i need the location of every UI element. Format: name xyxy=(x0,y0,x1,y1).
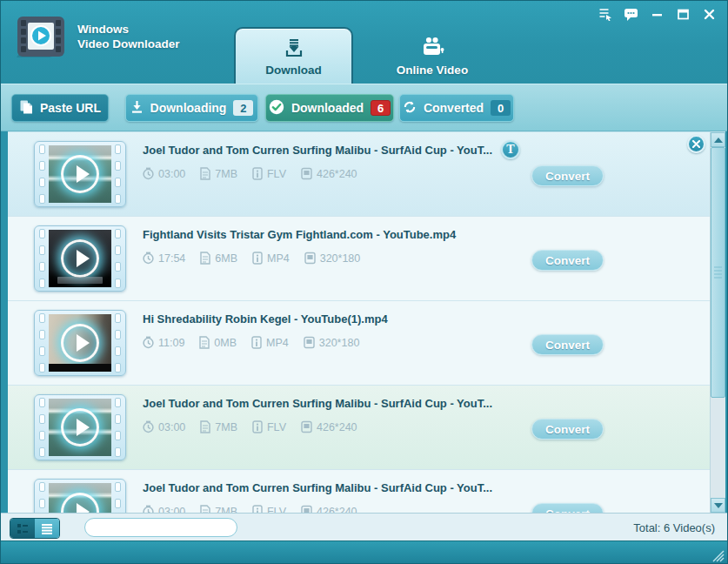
video-title: Joel Tudor and Tom Curren Surfing Malibu… xyxy=(143,144,492,157)
list-view-button[interactable] xyxy=(35,519,59,538)
video-row[interactable]: Fightland Visits Tristar Gym Fightland.c… xyxy=(8,217,710,301)
video-thumbnail-filmstrip xyxy=(34,141,126,207)
convert-button[interactable]: Convert xyxy=(531,250,604,271)
play-icon[interactable] xyxy=(61,239,99,278)
video-title: Joel Tudor and Tom Curren Surfing Malibu… xyxy=(143,397,492,410)
scroll-thumb-grip xyxy=(714,265,722,281)
duration-value: 11:09 xyxy=(158,337,184,349)
duration-value: 03:00 xyxy=(158,506,185,514)
video-rows: Joel Tudor and Tom Curren Surfing Malibu… xyxy=(8,132,710,513)
format-value: FLV xyxy=(267,168,286,180)
play-icon[interactable] xyxy=(61,324,99,362)
size-value: 7MB xyxy=(215,506,237,514)
format-value: FLV xyxy=(267,421,286,433)
refresh-icon xyxy=(403,100,417,117)
search-box xyxy=(84,518,237,537)
video-row[interactable]: Hi Shredability Robin Kegel - YouTube(1)… xyxy=(8,301,710,386)
minimize-button[interactable] xyxy=(650,7,665,21)
video-title: Hi Shredability Robin Kegel - YouTube(1)… xyxy=(143,312,388,326)
duration-value: 03:00 xyxy=(158,168,185,180)
downloading-label: Downloading xyxy=(150,101,227,115)
paste-document-icon xyxy=(19,99,33,118)
video-camera-icon xyxy=(373,35,491,59)
video-meta: 03:00 7MB FLV 426*240 xyxy=(143,420,357,433)
downloading-count-badge: 2 xyxy=(233,100,253,116)
video-row[interactable]: Joel Tudor and Tom Curren Surfing Malibu… xyxy=(8,470,710,513)
video-thumbnail-filmstrip xyxy=(34,225,126,292)
video-meta: 03:00 7MB FLV 426*240 xyxy=(143,167,357,180)
tab-online-video[interactable]: Online Video xyxy=(373,27,491,84)
filter-downloaded-button[interactable]: Downloaded 6 xyxy=(265,94,394,122)
video-thumbnail-filmstrip xyxy=(34,394,126,460)
duration-value: 03:00 xyxy=(158,421,185,433)
arrow-down-icon xyxy=(714,503,723,508)
downloaded-count-badge: 6 xyxy=(371,100,391,116)
size-value: 0MB xyxy=(214,337,237,349)
downloaded-label: Downloaded xyxy=(291,101,364,115)
title-tag-badge: T xyxy=(501,140,520,159)
size-value: 7MB xyxy=(215,168,237,180)
check-circle-icon xyxy=(269,99,284,118)
video-meta: 03:00 7MB FLV 426*240 xyxy=(143,505,357,513)
video-meta: 11:09 0MB MP4 320*180 xyxy=(143,336,359,349)
filter-downloading-button[interactable]: Downloading 2 xyxy=(125,94,258,122)
chat-icon[interactable] xyxy=(624,7,638,21)
play-icon[interactable] xyxy=(61,408,99,446)
video-title: Fightland Visits Tristar Gym Fightland.c… xyxy=(143,228,456,241)
resolution-value: 426*240 xyxy=(317,506,357,514)
window-controls xyxy=(598,7,717,21)
tab-download[interactable]: Download xyxy=(234,27,353,84)
download-tray-icon xyxy=(236,37,351,61)
convert-button[interactable]: Convert xyxy=(531,334,604,355)
convert-button[interactable]: Convert xyxy=(531,165,604,186)
search-input[interactable] xyxy=(97,520,236,534)
scroll-down-button[interactable] xyxy=(711,498,725,513)
thumbnail-view-icon xyxy=(17,523,29,534)
size-value: 6MB xyxy=(215,252,237,265)
video-row[interactable]: Joel Tudor and Tom Curren Surfing Malibu… xyxy=(8,132,710,217)
form-select-icon[interactable] xyxy=(598,7,612,21)
resolution-value: 426*240 xyxy=(317,168,357,180)
resolution-value: 320*180 xyxy=(319,337,360,349)
video-thumbnail-filmstrip xyxy=(34,479,126,513)
paste-url-button[interactable]: Paste URL xyxy=(11,94,109,122)
resolution-value: 320*180 xyxy=(320,252,361,265)
maximize-button[interactable] xyxy=(676,7,691,21)
video-title: Joel Tudor and Tom Curren Surfing Malibu… xyxy=(143,481,492,494)
scroll-thumb[interactable] xyxy=(711,147,725,398)
bottom-frame xyxy=(1,540,727,564)
titlebar: Windows Video Downloader xyxy=(1,1,727,84)
toolbar: Paste URL Downloading 2 Downloaded xyxy=(1,84,727,131)
close-icon xyxy=(692,140,700,148)
scrollbar xyxy=(710,132,725,513)
video-list: Joel Tudor and Tom Curren Surfing Malibu… xyxy=(8,131,725,513)
scroll-up-button[interactable] xyxy=(711,132,725,147)
video-thumbnail-filmstrip xyxy=(34,310,126,376)
download-arrow-icon xyxy=(130,100,144,117)
format-value: MP4 xyxy=(266,337,289,349)
format-value: MP4 xyxy=(267,252,290,265)
paste-url-label: Paste URL xyxy=(40,101,101,115)
app-title: Windows Video Downloader xyxy=(77,22,180,51)
arrow-up-icon xyxy=(714,138,723,143)
duration-value: 17:54 xyxy=(158,252,185,265)
close-button[interactable] xyxy=(702,7,717,21)
filter-converted-button[interactable]: Converted 0 xyxy=(399,94,514,122)
video-meta: 17:54 6MB MP4 320*180 xyxy=(143,252,360,265)
convert-button[interactable]: Convert xyxy=(531,503,604,513)
play-icon[interactable] xyxy=(61,155,99,193)
format-value: FLV xyxy=(267,506,286,514)
total-count: Total: 6 Video(s) xyxy=(633,514,715,541)
tab-download-label: Download xyxy=(236,64,351,77)
app-window: Windows Video Downloader xyxy=(0,0,728,564)
convert-button[interactable]: Convert xyxy=(531,419,604,440)
play-icon[interactable] xyxy=(61,493,99,513)
resolution-value: 426*240 xyxy=(317,421,357,433)
video-row[interactable]: Joel Tudor and Tom Curren Surfing Malibu… xyxy=(8,386,710,470)
view-toggle xyxy=(10,518,60,539)
row-close-button[interactable] xyxy=(687,135,705,153)
resize-grip[interactable] xyxy=(712,550,725,562)
list-view-icon xyxy=(41,523,53,534)
thumbnail-view-button[interactable] xyxy=(10,519,35,538)
converted-count-badge: 0 xyxy=(491,100,511,116)
